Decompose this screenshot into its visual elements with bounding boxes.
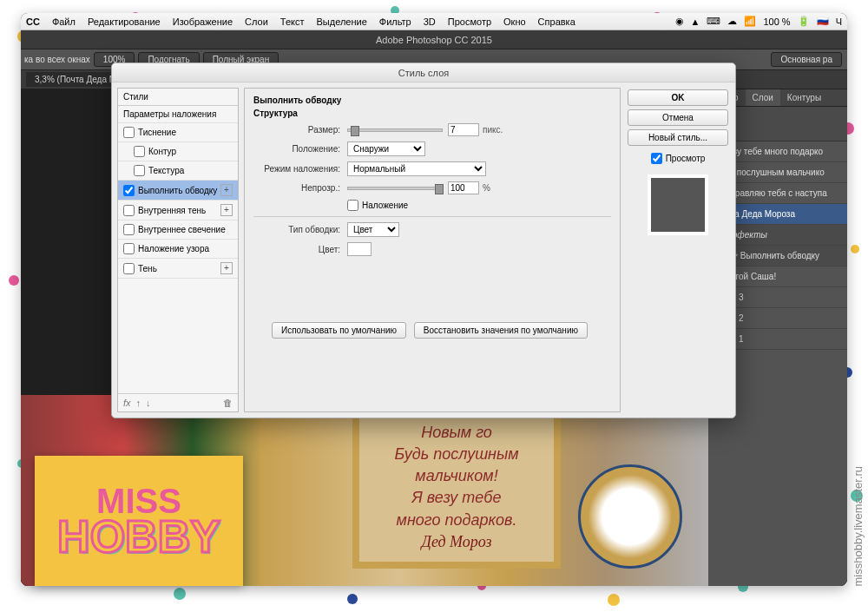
watermark: MISS HOBBY <box>35 456 243 586</box>
settings-panel: Выполнить обводку Структура Размер: пикс… <box>244 88 621 412</box>
menu-window[interactable]: Окно <box>503 16 526 27</box>
stamp-text-block: Новым го Будь послушным мальчиком! Я вез… <box>352 406 561 569</box>
menu-type[interactable]: Текст <box>280 16 305 27</box>
shadow-check[interactable] <box>123 263 135 274</box>
workspace-button[interactable]: Основная ра <box>771 52 842 67</box>
clock: Ч <box>836 16 842 27</box>
keyboard-icon[interactable]: ⌨ <box>707 16 720 27</box>
layer-style-dialog: Стиль слоя Стили Параметры наложения Тис… <box>111 63 736 418</box>
style-label: Внутреннее свечение <box>138 225 226 234</box>
overprint-check[interactable] <box>347 200 358 211</box>
menu-3d[interactable]: 3D <box>424 16 436 27</box>
cancel-button[interactable]: Отмена <box>628 109 728 126</box>
style-label: Текстура <box>148 166 184 175</box>
style-label: Тиснение <box>138 128 176 137</box>
style-label: Наложение узора <box>138 244 209 253</box>
round-stamp <box>578 464 682 569</box>
style-inner-shadow[interactable]: Внутренняя тень+ <box>118 201 238 220</box>
pattern-check[interactable] <box>123 243 135 254</box>
cc-icon[interactable]: ◉ <box>675 16 684 27</box>
menu-help[interactable]: Справка <box>538 16 575 27</box>
opacity-unit: % <box>483 183 490 193</box>
structure-label: Структура <box>253 109 611 118</box>
menu-filter[interactable]: Фильтр <box>379 16 411 27</box>
style-texture[interactable]: Текстура <box>118 161 238 181</box>
size-label: Размер: <box>253 125 340 135</box>
add-icon[interactable]: + <box>220 204 233 216</box>
style-stroke[interactable]: Выполнить обводку+ <box>118 181 238 201</box>
source-url: misshobby.livemaster.ru <box>852 466 865 586</box>
stroke-check[interactable] <box>123 185 135 196</box>
menu-edit[interactable]: Редактирование <box>88 16 161 27</box>
overprint-label: Наложение <box>362 201 408 210</box>
opacity-slider[interactable] <box>347 187 443 190</box>
style-label: Выполнить обводку <box>138 186 217 195</box>
style-inner-glow[interactable]: Внутреннее свечение <box>118 220 238 240</box>
battery-pct: 100 % <box>763 16 790 27</box>
position-label: Положение: <box>253 144 340 154</box>
styles-footer: fx ↑ ↓ 🗑 <box>118 393 238 411</box>
type-select[interactable]: Цвет <box>347 222 399 237</box>
mac-menubar: CC Файл Редактирование Изображение Слои … <box>21 13 847 30</box>
menu-select[interactable]: Выделение <box>316 16 366 27</box>
contour-check[interactable] <box>134 146 145 157</box>
opacity-input[interactable] <box>448 181 479 194</box>
app-titlebar: Adobe Photoshop CC 2015 <box>21 30 847 49</box>
position-select[interactable]: Снаружи <box>347 141 425 156</box>
style-label: Внутренняя тень <box>138 206 206 215</box>
menu-file[interactable]: Файл <box>52 16 76 27</box>
menu-layer[interactable]: Слои <box>245 16 268 27</box>
emboss-check[interactable] <box>123 127 135 138</box>
style-contour[interactable]: Контур <box>118 142 238 161</box>
add-icon[interactable]: + <box>220 184 233 196</box>
make-default-button[interactable]: Использовать по умолчанию <box>272 322 406 339</box>
cloud-icon[interactable]: ☁ <box>727 16 737 27</box>
blend-select[interactable]: Нормальный <box>347 161 486 176</box>
flag-icon[interactable]: 🇷🇺 <box>817 16 829 27</box>
trash-icon[interactable]: 🗑 <box>223 398 233 408</box>
styles-head[interactable]: Стили <box>118 89 238 106</box>
settings-title: Выполнить обводку <box>253 95 611 105</box>
size-slider[interactable] <box>347 128 443 132</box>
reset-default-button[interactable]: Восстановить значения по умолчанию <box>414 322 588 339</box>
color-swatch[interactable] <box>347 242 372 256</box>
wifi-icon[interactable]: 📶 <box>744 16 756 27</box>
up-icon[interactable]: ↑ <box>136 398 141 408</box>
color-label: Цвет: <box>253 245 340 254</box>
blending-options[interactable]: Параметры наложения <box>118 106 238 123</box>
battery-icon: 🔋 <box>798 16 810 27</box>
size-input[interactable] <box>448 123 479 136</box>
opt-label: ка во всех окнах <box>24 55 90 64</box>
fx-icon[interactable]: fx <box>123 398 131 408</box>
inner-shadow-check[interactable] <box>123 205 135 216</box>
styles-list: Стили Параметры наложения Тиснение Конту… <box>117 88 239 412</box>
inner-glow-check[interactable] <box>123 224 135 235</box>
tab-paths[interactable]: Контуры <box>780 89 828 106</box>
blend-label: Режим наложения: <box>253 164 340 174</box>
preview-thumbnail <box>648 174 708 235</box>
dialog-buttons: OK Отмена Новый стиль... Просмотр <box>626 88 730 412</box>
ok-button[interactable]: OK <box>628 89 728 106</box>
style-shadow[interactable]: Тень+ <box>118 259 238 279</box>
style-emboss[interactable]: Тиснение <box>118 123 238 142</box>
app-menu[interactable]: CC <box>26 16 40 27</box>
opacity-label: Непрозр.: <box>253 183 340 193</box>
dialog-title: Стиль слоя <box>112 63 735 82</box>
preview-label: Просмотр <box>666 154 706 163</box>
style-label: Контур <box>148 147 176 156</box>
type-label: Тип обводки: <box>253 225 340 234</box>
menu-image[interactable]: Изображение <box>173 16 233 27</box>
tab-layers[interactable]: Слои <box>746 89 780 106</box>
style-pattern[interactable]: Наложение узора <box>118 240 238 259</box>
style-label: Тень <box>138 264 157 273</box>
down-icon[interactable]: ↓ <box>146 398 151 408</box>
menu-view[interactable]: Просмотр <box>448 16 491 27</box>
preview-check[interactable] <box>651 153 662 164</box>
add-icon[interactable]: + <box>220 262 233 274</box>
watermark-line2: HOBBY <box>57 511 220 562</box>
new-style-button[interactable]: Новый стиль... <box>628 129 728 146</box>
gdrive-icon[interactable]: ▲ <box>691 16 700 27</box>
stamp-signature: Дед Мороз <box>421 533 491 550</box>
texture-check[interactable] <box>134 165 145 176</box>
size-unit: пикс. <box>483 125 503 135</box>
